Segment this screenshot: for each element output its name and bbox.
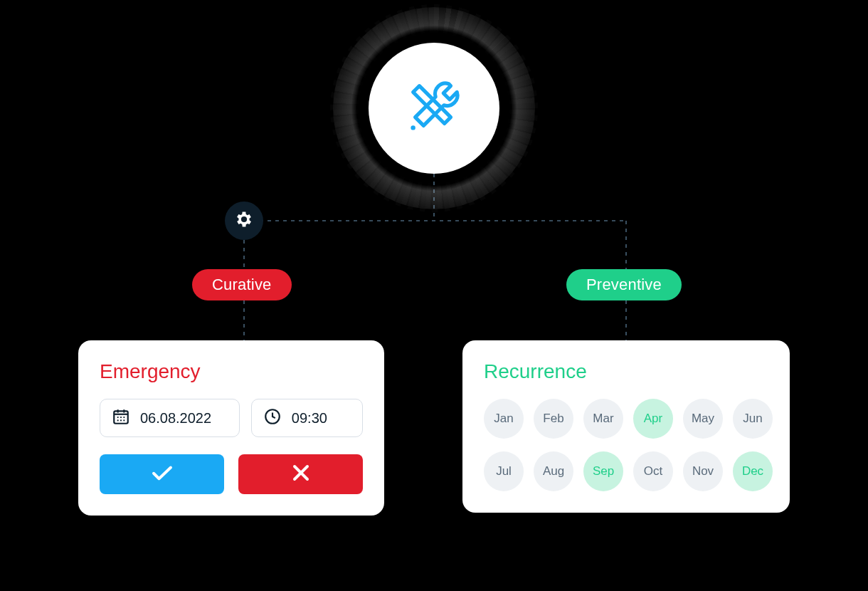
close-icon bbox=[288, 460, 314, 488]
month-mar[interactable]: Mar bbox=[583, 399, 623, 439]
date-field[interactable]: 06.08.2022 bbox=[100, 399, 240, 437]
month-may[interactable]: May bbox=[683, 399, 723, 439]
curative-pill-label: Curative bbox=[212, 276, 272, 294]
calendar-icon bbox=[112, 407, 130, 429]
tools-icon bbox=[401, 73, 467, 143]
tools-node bbox=[369, 43, 499, 174]
month-jul[interactable]: Jul bbox=[484, 451, 524, 491]
svg-point-15 bbox=[117, 419, 119, 421]
month-aug[interactable]: Aug bbox=[534, 451, 573, 491]
month-jan[interactable]: Jan bbox=[484, 399, 524, 439]
svg-point-14 bbox=[123, 417, 125, 418]
svg-point-17 bbox=[123, 419, 125, 421]
recurrence-title: Recurrence bbox=[484, 360, 768, 383]
preventive-pill: Preventive bbox=[566, 269, 682, 300]
svg-point-13 bbox=[120, 417, 122, 418]
check-icon bbox=[149, 460, 175, 488]
months-grid: JanFebMarAprMayJunJulAugSepOctNovDec bbox=[484, 399, 768, 491]
month-feb[interactable]: Feb bbox=[534, 399, 573, 439]
month-apr[interactable]: Apr bbox=[633, 399, 673, 439]
svg-point-7 bbox=[411, 125, 415, 130]
recurrence-card: Recurrence JanFebMarAprMayJunJulAugSepOc… bbox=[462, 340, 790, 513]
date-value: 06.08.2022 bbox=[140, 410, 211, 427]
month-dec[interactable]: Dec bbox=[733, 451, 773, 491]
month-jun[interactable]: Jun bbox=[733, 399, 773, 439]
emergency-actions bbox=[100, 454, 363, 494]
emergency-card: Emergency 06.08.2022 bbox=[78, 340, 384, 516]
time-field[interactable]: 09:30 bbox=[251, 399, 363, 437]
month-sep[interactable]: Sep bbox=[583, 451, 623, 491]
cancel-button[interactable] bbox=[238, 454, 363, 494]
emergency-inputs: 06.08.2022 09:30 bbox=[100, 399, 363, 437]
curative-pill: Curative bbox=[192, 269, 292, 300]
confirm-button[interactable] bbox=[100, 454, 224, 494]
preventive-pill-label: Preventive bbox=[586, 276, 662, 294]
month-nov[interactable]: Nov bbox=[683, 451, 723, 491]
month-oct[interactable]: Oct bbox=[633, 451, 673, 491]
time-value: 09:30 bbox=[292, 410, 327, 427]
svg-point-16 bbox=[120, 419, 122, 421]
clock-icon bbox=[263, 407, 282, 429]
svg-point-12 bbox=[117, 417, 119, 418]
gear-icon bbox=[234, 209, 254, 232]
emergency-title: Emergency bbox=[100, 360, 363, 383]
gear-node bbox=[225, 202, 263, 240]
